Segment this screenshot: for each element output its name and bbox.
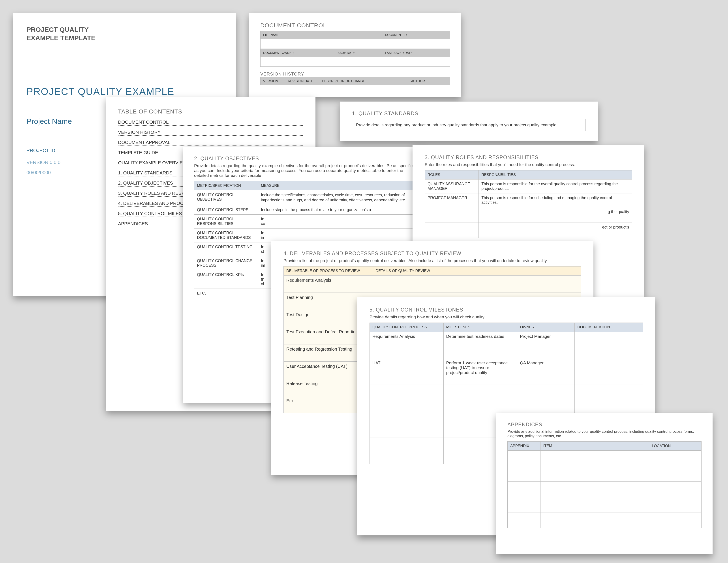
roles-heading: 3. QUALITY ROLES AND RESPONSIBILITIES bbox=[425, 154, 632, 160]
roles-table: ROLES RESPONSIBILITIES QUALITY ASSURANCE… bbox=[425, 170, 632, 238]
obj-d: In in bbox=[258, 228, 415, 242]
ms-th2: MILESTONES bbox=[443, 323, 517, 332]
deliverables-heading: 4. DELIVERABLES AND PROCESSES SUBJECT TO… bbox=[283, 250, 581, 256]
toc-item: DOCUMENT CONTROL bbox=[118, 119, 303, 126]
obj-th1: METRIC/SPECIFICATION bbox=[194, 181, 258, 190]
doc-owner-header: DOCUMENT OWNER bbox=[261, 49, 334, 57]
role-desc: This person is responsible for the overa… bbox=[479, 179, 632, 193]
obj-m: QUALITY CONTROL DOCUMENTED STANDARDS bbox=[194, 228, 258, 242]
ms-c: Project Manager bbox=[517, 332, 575, 358]
doc-control-table: FILE NAME DOCUMENT ID DOCUMENT OWNER ISS… bbox=[260, 31, 450, 67]
role-frag: ect or product's bbox=[479, 223, 632, 238]
ms-th1: QUALITY CONTROL PROCESS bbox=[370, 323, 444, 332]
objectives-heading: 2. QUALITY OBJECTIVES bbox=[194, 156, 415, 162]
apx-th3: LOCATION bbox=[649, 442, 701, 451]
obj-th2: MEASURE bbox=[258, 181, 415, 190]
role-name: PROJECT MANAGER bbox=[425, 193, 479, 207]
obj-m: QUALITY CONTROL RESPONSIBILITIES bbox=[194, 214, 258, 228]
last-saved-header: LAST SAVED DATE bbox=[382, 49, 450, 57]
appendices-table: APPENDIX ITEM LOCATION bbox=[507, 441, 702, 528]
obj-d: Include the specifications, characterist… bbox=[258, 190, 415, 205]
appendices-page: APPENDICES Provide any additional inform… bbox=[496, 413, 713, 554]
standards-page: 1. QUALITY STANDARDS Provide details reg… bbox=[340, 102, 598, 141]
deliverables-text: Provide a list of the project or product… bbox=[283, 258, 581, 263]
document-id-header: DOCUMENT ID bbox=[382, 31, 450, 39]
toc-item: DOCUMENT APPROVAL bbox=[118, 140, 303, 146]
brand-line1: PROJECT QUALITY bbox=[26, 25, 223, 34]
apx-cell bbox=[508, 482, 540, 497]
ms-th4: DOCUMENTATION bbox=[575, 323, 643, 332]
version-history-heading: VERSION HISTORY bbox=[260, 71, 450, 77]
version-history-table: VERSION REVISION DATE DESCRIPTION OF CHA… bbox=[260, 77, 450, 85]
issue-date-header: ISSUE DATE bbox=[334, 49, 382, 57]
apx-th1: APPENDIX bbox=[508, 442, 540, 451]
doc-title: PROJECT QUALITY EXAMPLE bbox=[26, 86, 223, 97]
role-name bbox=[425, 207, 479, 223]
ms-a: UAT bbox=[370, 358, 444, 385]
ms-d bbox=[575, 332, 643, 358]
role-name: QUALITY ASSURANCE MANAGER bbox=[425, 179, 479, 193]
obj-m: QUALITY CONTROL OBJECTIVES bbox=[194, 190, 258, 205]
toc-heading: TABLE OF CONTENTS bbox=[118, 108, 303, 115]
standards-heading: 1. QUALITY STANDARDS bbox=[352, 110, 586, 117]
ms-a bbox=[370, 438, 444, 464]
appendices-text: Provide any additional information relat… bbox=[507, 430, 702, 438]
apx-cell bbox=[508, 497, 540, 512]
del-th2: DETAILS OF QUALITY REVIEW bbox=[373, 266, 581, 275]
obj-m: QUALITY CONTROL KPIs bbox=[194, 270, 258, 289]
document-control-page: DOCUMENT CONTROL FILE NAME DOCUMENT ID D… bbox=[249, 13, 461, 97]
vh-rev-date: REVISION DATE bbox=[285, 77, 319, 85]
appendices-heading: APPENDICES bbox=[507, 422, 702, 428]
vh-desc: DESCRIPTION OF CHANGE bbox=[319, 77, 408, 85]
ms-a: Requirements Analysis bbox=[370, 332, 444, 358]
last-saved-cell bbox=[382, 57, 450, 67]
obj-m: QUALITY CONTROL TESTING bbox=[194, 242, 258, 256]
ms-d bbox=[575, 358, 643, 385]
apx-cell bbox=[508, 451, 540, 466]
role-frag: g the quality bbox=[479, 207, 632, 223]
vh-version: VERSION bbox=[261, 77, 285, 85]
del-th1: DELIVERABLE OR PROCESS TO REVIEW bbox=[284, 266, 373, 275]
ms-c: QA Manager bbox=[517, 358, 575, 385]
obj-m: QUALITY CONTROL STEPS bbox=[194, 205, 258, 214]
file-name-cell bbox=[261, 39, 382, 49]
role-desc: This person is responsible for schedulin… bbox=[479, 193, 632, 207]
ms-th3: OWNER bbox=[517, 323, 575, 332]
brand-line2: EXAMPLE TEMPLATE bbox=[26, 34, 223, 42]
roles-th2: RESPONSIBILITIES bbox=[479, 170, 632, 179]
doc-owner-cell bbox=[261, 57, 334, 67]
vh-author: AUTHOR bbox=[408, 77, 450, 85]
objectives-text: Provide details regarding the quality ex… bbox=[194, 163, 415, 178]
roles-th1: ROLES bbox=[425, 170, 479, 179]
doc-control-heading: DOCUMENT CONTROL bbox=[260, 22, 450, 29]
ms-a bbox=[370, 385, 444, 411]
issue-date-cell bbox=[334, 57, 382, 67]
standards-body: Provide details regarding any product or… bbox=[356, 122, 558, 127]
milestones-heading: 5. QUALITY CONTROL MILESTONES bbox=[370, 307, 643, 313]
ms-b: Determine test readiness dates bbox=[443, 332, 517, 358]
roles-text: Enter the roles and responsibilities tha… bbox=[425, 162, 632, 167]
apx-th2: ITEM bbox=[540, 442, 649, 451]
obj-m: ETC. bbox=[194, 289, 258, 298]
apx-cell bbox=[508, 512, 540, 528]
obj-d: Include steps in the process that relate… bbox=[258, 205, 415, 214]
toc-item: VERSION HISTORY bbox=[118, 130, 303, 136]
del-row: Requirements Analysis bbox=[284, 275, 373, 293]
milestones-text: Provide details regarding how and when y… bbox=[370, 315, 643, 320]
ms-a bbox=[370, 411, 444, 438]
role-name bbox=[425, 223, 479, 238]
document-id-cell bbox=[382, 39, 450, 49]
file-name-header: FILE NAME bbox=[261, 31, 382, 39]
apx-cell bbox=[508, 466, 540, 482]
obj-d: In co bbox=[258, 214, 415, 228]
ms-b: Perform 1-week user acceptance testing (… bbox=[443, 358, 517, 385]
obj-m: QUALITY CONTROL CHANGE PROCESS bbox=[194, 256, 258, 270]
standards-text: Provide details regarding any product or… bbox=[352, 119, 586, 131]
